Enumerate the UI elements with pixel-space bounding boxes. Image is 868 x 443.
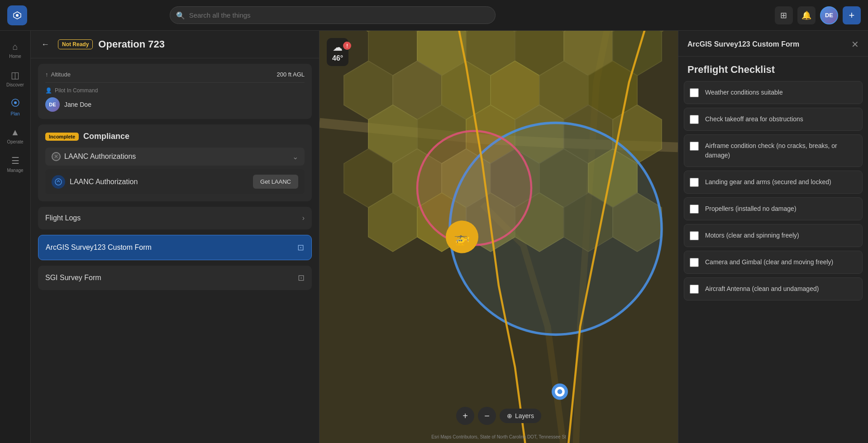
avatar[interactable]: DE xyxy=(820,6,838,24)
left-panel-content: ↑ Altitude 200 ft AGL 👤 Pilot In Command… xyxy=(31,58,319,443)
map-attribution: Esri Maps Contributors, State of North C… xyxy=(431,434,566,439)
info-card: ↑ Altitude 200 ft AGL 👤 Pilot In Command… xyxy=(38,64,312,119)
pilot-section: 👤 Pilot In Command DE Jane Doe xyxy=(45,87,305,112)
svg-point-57 xyxy=(558,389,563,394)
sidebar-item-label: Manage xyxy=(7,168,23,173)
weather-icon: ☁ xyxy=(333,42,343,53)
sidebar-item-label: Discover xyxy=(6,82,24,87)
pilot-avatar: DE xyxy=(45,97,60,112)
close-button[interactable]: ✕ xyxy=(851,39,859,50)
map-svg: 🚁 ! xyxy=(320,31,678,443)
sidebar-item-label: Home xyxy=(9,54,21,59)
checklist-text-6: Motors (clear and spinning freely) xyxy=(705,231,799,240)
home-icon: ⌂ xyxy=(12,42,18,52)
search-icon: 🔍 xyxy=(176,11,185,19)
pilot-icon: 👤 xyxy=(45,87,52,94)
grid-button[interactable]: ⊞ xyxy=(775,6,793,24)
altitude-label: Altitude xyxy=(51,71,71,78)
back-button[interactable]: ← xyxy=(38,37,52,52)
altitude-row: ↑ Altitude 200 ft AGL xyxy=(45,71,305,78)
search-input[interactable] xyxy=(170,6,496,24)
get-laanc-button[interactable]: Get LAANC xyxy=(253,175,298,189)
grid-icon: ⊞ xyxy=(780,10,787,20)
form-icon: ⊡ xyxy=(298,273,305,283)
compliance-card: Incomplete Compliance ✕ LAANC Authorizat… xyxy=(38,124,312,201)
sidebar-item-operate[interactable]: ▲ Operate xyxy=(3,124,28,148)
plan-icon xyxy=(11,98,20,110)
manage-icon: ☰ xyxy=(11,155,19,166)
laanc-section[interactable]: ✕ LAANC Authorizations ⌄ xyxy=(45,148,305,166)
checklist-checkbox-2[interactable] xyxy=(690,115,699,124)
topbar: 🔍 ⊞ 🔔 DE + xyxy=(0,0,868,31)
map-area[interactable]: 🚁 ! ☁ 46° ! + − ⊕ Layers Esri Maps Contr… xyxy=(320,31,678,443)
layers-button[interactable]: ⊕ Layers xyxy=(500,409,541,423)
checklist-checkbox-8[interactable] xyxy=(690,285,699,294)
laanc-status-icon: ✕ xyxy=(52,152,61,161)
checklist-title: Preflight Checklist xyxy=(678,57,868,81)
right-panel-title: ArcGIS Survey123 Custom Form xyxy=(687,40,799,48)
sgi-form-card[interactable]: SGI Survey Form ⊡ xyxy=(38,266,312,290)
pilot-label: 👤 Pilot In Command xyxy=(45,87,305,94)
map-controls: + − ⊕ Layers xyxy=(456,407,541,425)
laanc-item: LAANC Authorization Get LAANC xyxy=(45,169,305,194)
pilot-info: DE Jane Doe xyxy=(45,97,305,112)
sidebar-item-label: Plan xyxy=(10,111,19,116)
checklist-text-5: Propellers (installed no damage) xyxy=(705,204,796,214)
checklist-item: Camera and Gimbal (clear and moving free… xyxy=(684,251,863,274)
discover-icon: ◫ xyxy=(11,70,19,81)
left-panel: ← Not Ready Operation 723 ↑ Altitude 200… xyxy=(31,31,320,443)
app-logo[interactable] xyxy=(7,5,27,25)
checklist-text-7: Camera and Gimbal (clear and moving free… xyxy=(705,257,833,267)
flight-logs-title: Flight Logs xyxy=(45,214,81,222)
notifications-button[interactable]: 🔔 xyxy=(797,6,816,24)
checklist-items: Weather conditions suitable Check takeof… xyxy=(678,81,868,443)
weather-widget: ☁ 46° ! xyxy=(327,38,348,66)
checklist-text-3: Airframe condition check (no cracks, bre… xyxy=(705,141,857,160)
sidebar-nav: ⌂ Home ◫ Discover Plan ▲ Operate ☰ Manag… xyxy=(0,31,31,443)
checklist-item: Airframe condition check (no cracks, bre… xyxy=(684,134,863,167)
bell-icon: 🔔 xyxy=(801,10,811,20)
checklist-checkbox-5[interactable] xyxy=(690,205,699,214)
altitude-value: 200 ft AGL xyxy=(277,71,305,78)
svg-point-4 xyxy=(55,179,62,185)
chevron-down-icon: ⌄ xyxy=(292,152,298,161)
topbar-actions: ⊞ 🔔 DE + xyxy=(775,6,861,24)
arcgis-form-card[interactable]: ArcGIS Survey123 Custom Form ⊡ xyxy=(38,235,312,260)
svg-point-1 xyxy=(16,14,19,17)
weather-temp: 46° xyxy=(332,54,343,62)
not-ready-badge: Not Ready xyxy=(58,39,93,49)
checklist-item: Landing gear and arms (secured and locke… xyxy=(684,171,863,194)
arcgis-form-title: ArcGIS Survey123 Custom Form xyxy=(46,243,152,252)
search-bar: 🔍 xyxy=(170,6,496,24)
checklist-checkbox-6[interactable] xyxy=(690,231,699,240)
add-button[interactable]: + xyxy=(843,6,861,24)
zoom-out-button[interactable]: − xyxy=(478,407,496,425)
operate-icon: ▲ xyxy=(11,127,20,138)
sidebar-item-plan[interactable]: Plan xyxy=(3,95,28,120)
compliance-header: Incomplete Compliance xyxy=(45,132,305,141)
checklist-checkbox-7[interactable] xyxy=(690,258,699,267)
svg-text:🚁: 🚁 xyxy=(454,230,470,246)
sidebar-item-home[interactable]: ⌂ Home xyxy=(3,38,28,62)
checklist-item: Motors (clear and spinning freely) xyxy=(684,224,863,247)
plus-icon: + xyxy=(849,10,855,21)
pilot-name: Jane Doe xyxy=(64,101,91,108)
checklist-checkbox-4[interactable] xyxy=(690,178,699,187)
flight-logs-card[interactable]: Flight Logs › xyxy=(38,207,312,229)
layers-label: Layers xyxy=(515,412,534,419)
checklist-checkbox-3[interactable] xyxy=(690,142,699,151)
checklist-checkbox-1[interactable] xyxy=(690,88,699,97)
sidebar-item-manage[interactable]: ☰ Manage xyxy=(3,152,28,176)
sidebar-item-discover[interactable]: ◫ Discover xyxy=(3,66,28,91)
altitude-icon: ↑ xyxy=(45,71,48,78)
checklist-text-2: Check takeoff area for obstructions xyxy=(705,114,803,124)
checklist-item: Check takeoff area for obstructions xyxy=(684,108,863,131)
checklist-text-4: Landing gear and arms (secured and locke… xyxy=(705,177,831,187)
checklist-text-8: Aircraft Antenna (clean and undamaged) xyxy=(705,284,819,294)
checklist-item: Weather conditions suitable xyxy=(684,81,863,104)
form-icon: ⊡ xyxy=(297,243,304,252)
sidebar-item-label: Operate xyxy=(7,139,23,144)
laanc-section-label: LAANC Authorizations xyxy=(64,152,136,161)
chevron-right-icon: › xyxy=(302,214,305,222)
zoom-in-button[interactable]: + xyxy=(456,407,474,425)
